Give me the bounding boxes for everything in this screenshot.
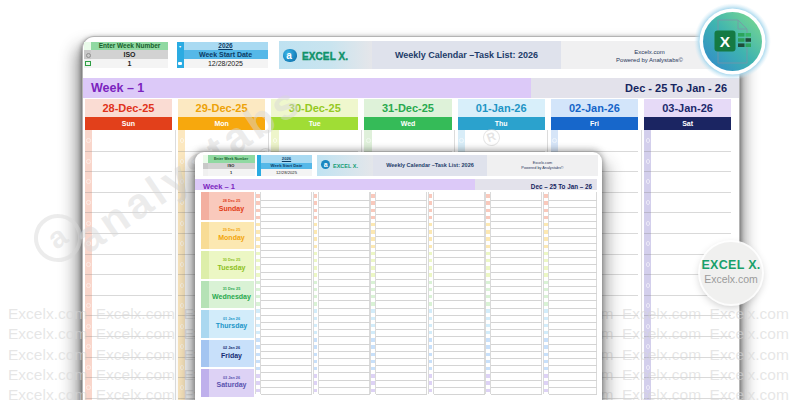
svg-text:X: X (720, 33, 731, 50)
